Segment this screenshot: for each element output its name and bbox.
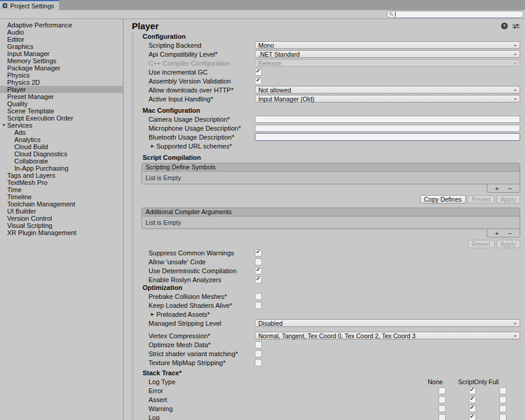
bluetooth-usage-description-field[interactable] (255, 133, 520, 141)
cell-error-none (427, 387, 457, 394)
texture-mipmap-stripping-checkbox[interactable] (255, 359, 262, 366)
allow-unsafe-code-checkbox[interactable] (255, 258, 262, 265)
sidebar-item-textmesh-pro[interactable]: TextMesh Pro (0, 179, 123, 186)
sidebar-item-time[interactable]: Time (0, 186, 123, 193)
error-none-checkbox[interactable] (438, 387, 446, 394)
use-incremental-gc-checkbox[interactable]: ✔ (255, 69, 262, 76)
help-icon[interactable]: ? (501, 23, 508, 29)
assert-scriptonly-checkbox[interactable]: ✔ (469, 396, 476, 403)
api-compatibility-level-dropdown[interactable]: .NET Standard▼ (255, 50, 520, 58)
foldout-label[interactable]: Supported URL schemes* (156, 143, 232, 150)
sidebar-item-editor[interactable]: Editor (0, 36, 123, 43)
sidebar-item-timeline[interactable]: Timeline (0, 193, 123, 200)
list-header[interactable]: Scripting Define Symbols (142, 163, 520, 172)
sidebar-item-in-app-purchasing[interactable]: In-App Purchasing (0, 165, 123, 172)
chevron-down-icon[interactable]: ▼ (2, 122, 7, 129)
sidebar-item-services[interactable]: ▼Services (0, 122, 123, 129)
strict-shader-variant-matching-checkbox[interactable] (255, 350, 262, 357)
log-none-checkbox[interactable] (438, 414, 446, 420)
keep-loaded-shaders-alive-checkbox[interactable] (255, 302, 262, 309)
dropdown-value: Mono (258, 42, 514, 49)
sidebar-item-ui-builder[interactable]: UI Builder (0, 208, 123, 215)
sidebar-item-audio[interactable]: Audio (0, 29, 123, 36)
sidebar-item-script-execution-order[interactable]: Script Execution Order (0, 115, 123, 122)
warning-none-checkbox[interactable] (438, 405, 446, 412)
assembly-version-validation-checkbox[interactable]: ✔ (255, 78, 262, 85)
sidebar-item-memory-settings[interactable]: Memory Settings (0, 57, 123, 64)
sidebar-item-scene-template[interactable]: Scene Template (0, 107, 123, 115)
sidebar-item-physics-2d[interactable]: Physics 2D (0, 79, 123, 86)
assert-none-checkbox[interactable] (438, 396, 446, 403)
sidebar-item-xr-plugin-management[interactable]: XR Plugin Management (0, 229, 123, 236)
field-label: Api Compatibility Level* (143, 51, 255, 58)
assert-full-checkbox[interactable] (499, 396, 507, 403)
remove-button[interactable]: − (504, 230, 517, 237)
row-optimize-mesh-data: Optimize Mesh Data* (143, 340, 520, 349)
chevron-right-icon[interactable]: ▶ (151, 144, 156, 149)
sidebar-item-player[interactable]: Player (0, 86, 123, 93)
section-script-compilation: Script CompilationScripting Define Symbo… (143, 154, 520, 284)
sidebar-item-label: Audio (7, 29, 24, 36)
section-title: Optimization (143, 284, 520, 292)
search-box[interactable] (387, 11, 524, 18)
foldout-label[interactable]: Preloaded Assets* (156, 311, 210, 318)
error-full-checkbox[interactable] (499, 387, 507, 394)
sidebar-item-graphics[interactable]: Graphics (0, 43, 123, 50)
list-footer-buttons: +− (487, 184, 520, 193)
warning-scriptonly-checkbox[interactable]: ✔ (469, 405, 476, 412)
field-label: Assembly Version Validation (143, 78, 255, 85)
stack-trace-columns: NoneScriptOnlyFull (427, 378, 518, 385)
sidebar-item-version-control[interactable]: Version Control (0, 215, 123, 222)
list-header[interactable]: Additional Compiler Arguments (142, 208, 520, 217)
sidebar-item-ads[interactable]: Ads (0, 129, 123, 136)
sidebar-item-tags-and-layers[interactable]: Tags and Layers (0, 172, 123, 179)
sidebar-item-cloud-diagnostics[interactable]: Cloud Diagnostics (0, 150, 123, 158)
scripting-define-symbols-list: Scripting Define SymbolsList is Empty (141, 163, 520, 184)
sidebar-item-quality[interactable]: Quality (0, 100, 123, 107)
row-supported-url-schemes: ▶Supported URL schemes* (143, 141, 520, 150)
prebake-collision-meshes-checkbox[interactable] (255, 293, 262, 300)
sidebar-item-input-manager[interactable]: Input Manager (0, 50, 123, 57)
use-deterministic-compilation-checkbox[interactable]: ✔ (255, 267, 262, 274)
sidebar-item-visual-scripting[interactable]: Visual Scripting (0, 222, 123, 229)
allow-downloads-over-http-dropdown[interactable]: Not allowed▼ (255, 86, 520, 94)
log-scriptonly-checkbox[interactable]: ✔ (469, 414, 476, 420)
active-input-handling-dropdown[interactable]: Input Manager (Old)▼ (255, 95, 520, 103)
add-button[interactable]: + (490, 185, 504, 192)
check-icon: ✔ (470, 387, 475, 393)
tab-bar: Project Settings (0, 0, 525, 10)
camera-usage-description-field[interactable] (255, 116, 520, 123)
tab-project-settings[interactable]: Project Settings (0, 0, 59, 10)
managed-stripping-level-dropdown[interactable]: Disabled▼ (255, 319, 520, 327)
warning-full-checkbox[interactable] (499, 405, 507, 412)
suppress-common-warnings-checkbox[interactable]: ✔ (255, 249, 262, 257)
error-scriptonly-checkbox[interactable]: ✔ (469, 387, 476, 394)
field-control (255, 302, 520, 309)
chevron-right-icon[interactable]: ▶ (151, 312, 156, 317)
scripting-backend-dropdown[interactable]: Mono▼ (255, 41, 520, 49)
sidebar-item-adaptive-performance[interactable]: Adaptive Performance (0, 21, 123, 29)
stack-trace-row-assert: Assert✔ (143, 395, 520, 404)
optimize-mesh-data-checkbox[interactable] (255, 341, 262, 348)
add-button[interactable]: + (490, 230, 504, 237)
microphone-usage-description-field[interactable] (255, 125, 520, 132)
sidebar-item-toolchain-management[interactable]: Toolchain Management (0, 200, 123, 208)
sidebar-item-preset-manager[interactable]: Preset Manager (0, 93, 123, 100)
field-control: Input Manager (Old)▼ (255, 95, 520, 103)
remove-button[interactable]: − (504, 185, 517, 192)
check-icon: ✔ (256, 276, 261, 282)
presets-icon[interactable] (512, 23, 520, 29)
log-full-checkbox[interactable] (499, 414, 507, 420)
copy-defines-button[interactable]: Copy Defines (420, 195, 466, 203)
sidebar-item-physics[interactable]: Physics (0, 72, 123, 79)
search-input[interactable] (396, 11, 521, 17)
list-group-scripting-define-symbols: Scripting Define SymbolsList is Empty+−C… (141, 163, 520, 203)
sidebar-item-package-manager[interactable]: Package Manager (0, 64, 123, 72)
list-group-additional-compiler-arguments: Additional Compiler ArgumentsList is Emp… (141, 208, 520, 248)
enable-roslyn-analyzers-checkbox[interactable]: ✔ (255, 276, 262, 283)
sidebar-item-collaborate[interactable]: Collaborate (0, 158, 123, 165)
cell-assert-full (487, 396, 518, 403)
sidebar-item-analytics[interactable]: Analytics (0, 136, 123, 143)
vertex-compression-dropdown[interactable]: Normal, Tangent, Tex Coord 0, Tex Coord … (255, 332, 520, 339)
sidebar-item-cloud-build[interactable]: Cloud Build (0, 143, 123, 150)
